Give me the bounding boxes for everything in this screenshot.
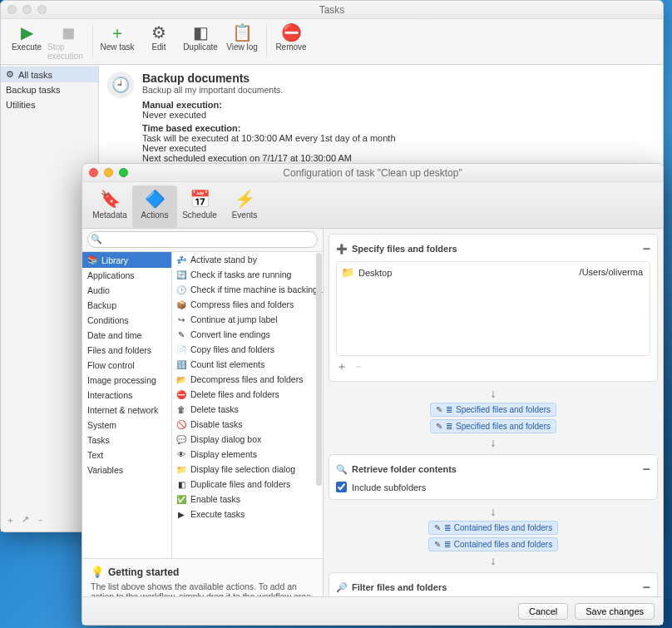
- action-item[interactable]: 📁 Display file selection dialog: [172, 462, 323, 477]
- sidebar-item-backup-tasks[interactable]: Backup tasks: [1, 82, 98, 97]
- config-footer: Cancel Save changes: [82, 596, 663, 625]
- collapse-button[interactable]: –: [643, 241, 650, 256]
- view-log-button[interactable]: 📋 View log: [221, 22, 263, 52]
- manual-heading: Manual execution:: [142, 100, 396, 110]
- action-item[interactable]: 👁 Display elements: [172, 447, 323, 462]
- list-icon: ≣: [444, 523, 451, 532]
- action-item[interactable]: ▶ Execute tasks: [172, 507, 323, 522]
- action-item[interactable]: 🕒 Check if time machine is backing up da…: [172, 282, 323, 297]
- category-item-image-processing[interactable]: Image processing: [82, 373, 171, 388]
- collapse-button[interactable]: –: [643, 462, 650, 477]
- action-item[interactable]: ↪ Continue at jump label: [172, 312, 323, 327]
- arrow-down-icon: ↓: [491, 505, 497, 518]
- remove-icon[interactable]: －: [36, 514, 45, 527]
- file-list[interactable]: 📁 Desktop /Users/oliverma: [336, 261, 650, 356]
- action-item[interactable]: 💬 Display dialog box: [172, 432, 323, 447]
- category-item-variables[interactable]: Variables: [82, 462, 171, 477]
- action-item[interactable]: 🗑 Delete tasks: [172, 402, 323, 417]
- action-item[interactable]: 📦 Compress files and folders: [172, 297, 323, 312]
- category-item-interactions[interactable]: Interactions: [82, 388, 171, 403]
- action-item[interactable]: 🚫 Disable tasks: [172, 417, 323, 432]
- tab-label: Schedule: [182, 210, 217, 220]
- action-item[interactable]: 📄 Copy files and folders: [172, 342, 323, 357]
- edit-icon[interactable]: ✎: [436, 405, 442, 414]
- action-list[interactable]: 💤 Activate stand by🔄 Check if tasks are …: [172, 252, 323, 558]
- category-item-date-and-time[interactable]: Date and time: [82, 328, 171, 343]
- category-list[interactable]: 📚LibraryApplicationsAudioBackupCondition…: [82, 252, 172, 558]
- action-item[interactable]: ⛔ Delete files and folders: [172, 387, 323, 402]
- include-subfolders-checkbox[interactable]: [336, 482, 347, 492]
- new-task-button[interactable]: ＋ New task: [96, 22, 138, 52]
- collapse-button[interactable]: –: [643, 580, 650, 595]
- workflow-area[interactable]: ➕ Specify files and folders – 📁 Desktop …: [324, 229, 663, 625]
- toolbar-icon: ◼: [58, 22, 78, 42]
- flow-tag[interactable]: ✎ ≣ Specified files and folders: [430, 419, 556, 433]
- folder-icon: 📁: [341, 266, 354, 279]
- add-icon[interactable]: ＋: [6, 514, 15, 527]
- time-heading: Time based execution:: [142, 123, 396, 133]
- tab-metadata[interactable]: 🔖 Metadata: [87, 185, 132, 228]
- add-icon: ➕: [336, 244, 348, 255]
- category-label: Backup: [87, 300, 116, 310]
- clock-icon: 🕘: [107, 72, 134, 98]
- search-input[interactable]: [87, 231, 318, 248]
- flow-tag[interactable]: ✎ ≣ Contained files and folders: [428, 521, 558, 535]
- tasks-toolbar: ▶ Execute◼ Stop execution＋ New task⚙ Edi…: [1, 19, 663, 65]
- category-item-text[interactable]: Text: [82, 448, 171, 462]
- manual-line: Never executed: [142, 110, 396, 120]
- action-icon: 📂: [176, 374, 186, 384]
- specify-panel: ➕ Specify files and folders – 📁 Desktop …: [329, 234, 658, 382]
- edit-icon[interactable]: ✎: [436, 422, 442, 431]
- edit-icon[interactable]: ✎: [434, 540, 441, 549]
- action-item[interactable]: 📂 Decompress files and folders: [172, 372, 323, 387]
- action-item[interactable]: ◧ Duplicate files and folders: [172, 477, 323, 492]
- tab-schedule[interactable]: 📅 Schedule: [177, 185, 222, 228]
- save-changes-button[interactable]: Save changes: [575, 603, 655, 620]
- action-item[interactable]: 💤 Activate stand by: [172, 252, 323, 267]
- category-label: Tasks: [87, 435, 110, 445]
- tab-actions[interactable]: 🔷 Actions: [132, 185, 177, 228]
- category-item-conditions[interactable]: Conditions: [82, 313, 171, 328]
- category-item-audio[interactable]: Audio: [82, 283, 171, 298]
- category-item-library[interactable]: 📚Library: [82, 252, 171, 268]
- sidebar-item-utilities[interactable]: Utilities: [1, 97, 98, 112]
- action-item[interactable]: 🔢 Count list elements: [172, 357, 323, 372]
- action-icon: ↪: [176, 314, 186, 324]
- category-item-applications[interactable]: Applications: [82, 268, 171, 283]
- edit-icon[interactable]: ✎: [434, 523, 441, 532]
- scrollbar[interactable]: [316, 253, 322, 486]
- tab-events[interactable]: ⚡ Events: [222, 185, 267, 228]
- action-item[interactable]: 🔄 Check if tasks are running: [172, 267, 323, 282]
- list-icon: ≣: [446, 405, 452, 414]
- remove-button[interactable]: ⛔ Remove: [270, 22, 312, 52]
- action-item[interactable]: ✎ Convert line endings: [172, 327, 323, 342]
- tab-label: Metadata: [92, 210, 127, 220]
- remove-file-button[interactable]: －: [353, 359, 364, 374]
- task-row[interactable]: 🕘 Backup documents Backup all my importa…: [99, 65, 663, 171]
- include-subfolders-row[interactable]: Include subfolders: [336, 482, 650, 492]
- tasks-window-title: Tasks: [1, 4, 663, 16]
- flow-tag[interactable]: ✎ ≣ Contained files and folders: [428, 537, 558, 551]
- execute-button[interactable]: ▶ Execute: [6, 22, 47, 52]
- category-item-system[interactable]: System: [82, 418, 171, 433]
- cancel-button[interactable]: Cancel: [518, 603, 568, 620]
- add-file-button[interactable]: ＋: [336, 359, 348, 374]
- duplicate-button[interactable]: ◧ Duplicate: [180, 22, 221, 52]
- category-label: System: [87, 420, 116, 430]
- edit-button[interactable]: ⚙ Edit: [138, 22, 180, 52]
- share-icon[interactable]: ↗: [22, 514, 29, 527]
- category-item-backup[interactable]: Backup: [82, 298, 171, 313]
- action-item[interactable]: ✅ Enable tasks: [172, 492, 323, 507]
- category-item-tasks[interactable]: Tasks: [82, 433, 171, 448]
- sidebar-item-all-tasks[interactable]: ⚙All tasks: [1, 67, 98, 82]
- category-item-flow-control[interactable]: Flow control: [82, 358, 171, 373]
- action-label: Decompress files and folders: [190, 374, 303, 384]
- category-item-files-and-folders[interactable]: Files and folders: [82, 343, 171, 358]
- action-icon: ▶: [176, 509, 186, 519]
- action-icon: ⛔: [176, 389, 186, 399]
- time-line: Next scheduled execution on 7/1/17 at 10…: [142, 153, 396, 163]
- flow-tag[interactable]: ✎ ≣ Specified files and folders: [430, 403, 556, 417]
- category-item-internet-network[interactable]: Internet & network: [82, 403, 171, 418]
- action-icon: 🔄: [176, 269, 186, 279]
- file-footer: ＋ －: [336, 359, 650, 374]
